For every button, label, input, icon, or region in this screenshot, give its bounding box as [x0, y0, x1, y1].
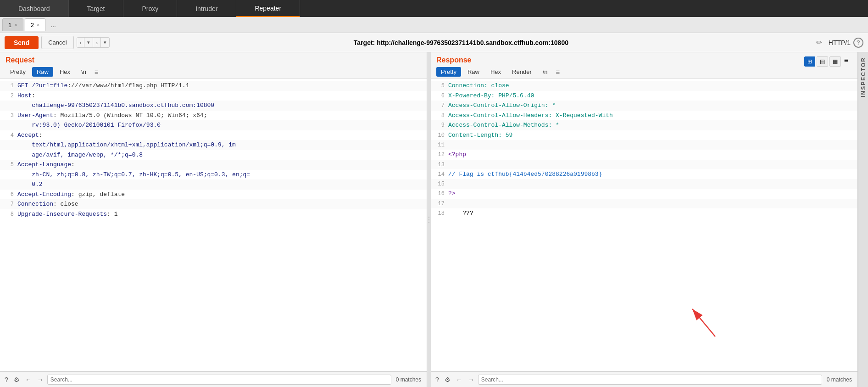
response-line-content: Access-Control-Allow-Methods: *: [448, 121, 559, 130]
tab-1[interactable]: 1 ×: [2, 18, 23, 31]
nav-proxy[interactable]: Proxy: [123, 0, 177, 17]
send-button[interactable]: Send: [5, 36, 39, 49]
request-bottom-bar: ? ⚙ ← → 0 matches: [0, 371, 427, 387]
top-nav: Dashboard Target Proxy Intruder Repeater: [0, 0, 868, 17]
response-search-input[interactable]: [478, 375, 822, 385]
request-line: 3User-Agent: Mozilla/5.0 (Windows NT 10.…: [0, 111, 427, 121]
response-menu-icon[interactable]: ≡: [556, 68, 560, 76]
response-line-content: <?php: [448, 150, 466, 159]
request-menu-icon[interactable]: ≡: [95, 68, 99, 76]
request-line: rv:93.0) Gecko/20100101 Firefox/93.0: [0, 120, 427, 130]
request-back-icon[interactable]: ←: [23, 375, 33, 384]
next-button[interactable]: ›: [93, 38, 101, 47]
request-line-content: age/avif, image/webp, */*;q=0.8: [17, 151, 143, 160]
request-tabs: Pretty Raw Hex \n ≡: [6, 67, 421, 79]
tab-more[interactable]: ...: [47, 21, 60, 28]
request-line: 7Connection: close: [0, 199, 427, 209]
response-line: 9Access-Control-Allow-Methods: *: [431, 120, 857, 130]
nav-target[interactable]: Target: [69, 0, 124, 17]
help-icon[interactable]: ?: [853, 38, 863, 48]
request-help-icon[interactable]: ?: [3, 375, 10, 384]
nav-intruder[interactable]: Intruder: [177, 0, 236, 17]
response-line: 10Content-Length: 59: [431, 130, 857, 140]
view-single-icon[interactable]: ▤: [817, 56, 828, 67]
request-code-area[interactable]: 1GET /?url=file:///var/www/html/flag.php…: [0, 79, 427, 371]
response-panel: Response ⊞ ▤ ▦ ≡ Pretty Raw Hex Render \…: [431, 52, 858, 387]
response-line: 17: [431, 199, 857, 208]
response-line: 15: [431, 179, 857, 189]
response-settings-icon[interactable]: ⚙: [443, 375, 452, 384]
response-tab-render[interactable]: Render: [507, 67, 536, 77]
response-line-content: Access-Control-Allow-Headers: X-Requeste…: [448, 111, 613, 120]
response-line-content: ???: [448, 209, 473, 218]
response-help-icon[interactable]: ?: [434, 375, 441, 384]
response-code-area[interactable]: 5Connection: close6X-Powered-By: PHP/5.6…: [431, 79, 857, 371]
request-line-content: zh-CN, zh;q=0.8, zh-TW;q=0.7, zh-HK;q=0.…: [17, 170, 250, 179]
request-settings-icon[interactable]: ⚙: [12, 375, 22, 384]
request-line-content: text/html,application/xhtml+xml,applicat…: [17, 140, 236, 150]
http-version: HTTP/1: [829, 39, 851, 46]
panel-divider[interactable]: [427, 52, 431, 387]
request-line: 6Accept-Encoding: gzip, deflate: [0, 190, 427, 200]
response-back-icon[interactable]: ←: [454, 375, 464, 384]
response-line: 12<?php: [431, 150, 857, 160]
request-panel: Request Pretty Raw Hex \n ≡ 1GET /?url=f…: [0, 52, 427, 387]
nav-repeater[interactable]: Repeater: [236, 0, 300, 17]
view-stack-icon[interactable]: ▦: [829, 56, 841, 67]
prev-button[interactable]: ‹: [77, 38, 85, 47]
response-line: 8Access-Control-Allow-Headers: X-Request…: [431, 111, 857, 121]
response-tabs: Pretty Raw Hex Render \n ≡: [436, 67, 852, 79]
request-tab-pretty[interactable]: Pretty: [6, 67, 30, 77]
view-split-icon[interactable]: ⊞: [804, 56, 815, 67]
next-dropdown[interactable]: ▾: [101, 38, 109, 47]
request-line-content: Host:: [17, 91, 35, 101]
request-line: 8Upgrade-Insecure-Requests: 1: [0, 209, 427, 219]
response-line: 13: [431, 160, 857, 169]
edit-icon[interactable]: ✏: [816, 38, 822, 47]
tab-2[interactable]: 2 ×: [25, 18, 46, 31]
right-sidebar[interactable]: INSPECTOR: [858, 52, 868, 387]
request-line-content: GET /?url=file:///var/www/html/flag.php …: [17, 81, 189, 90]
nav-dashboard[interactable]: Dashboard: [0, 0, 69, 17]
response-line-content: X-Powered-By: PHP/5.6.40: [448, 91, 534, 101]
request-line: 5Accept-Language:: [0, 160, 427, 170]
tab-bar: 1 × 2 × ...: [0, 17, 868, 33]
response-tab-raw[interactable]: Raw: [463, 67, 484, 77]
response-title: Response: [436, 56, 471, 64]
response-match-count: 0 matches: [824, 376, 855, 383]
response-line: 14// Flag is ctfhub{414b4ed570288226a019…: [431, 169, 857, 179]
response-line-content: Connection: close: [448, 81, 509, 90]
toolbar: Send Cancel ‹ ▾ › ▾ Target: http://chall…: [0, 33, 868, 52]
request-line: text/html,application/xhtml+xml,applicat…: [0, 140, 427, 150]
response-line-content: Content-Length: 59: [448, 131, 512, 140]
request-line: 4Accept:: [0, 130, 427, 140]
response-line-content: ?>: [448, 189, 456, 198]
request-title: Request: [6, 56, 421, 64]
response-tab-hex[interactable]: Hex: [486, 67, 506, 77]
response-forward-icon[interactable]: →: [466, 375, 476, 384]
response-line: 16?>: [431, 189, 857, 199]
cancel-button[interactable]: Cancel: [41, 36, 73, 49]
prev-dropdown[interactable]: ▾: [84, 38, 93, 47]
response-tab-newline[interactable]: \n: [538, 67, 552, 77]
request-line: challenge-99763502371141b0.sandbox.ctfhu…: [0, 101, 427, 111]
main-content: Request Pretty Raw Hex \n ≡ 1GET /?url=f…: [0, 52, 868, 387]
request-line-content: Accept-Language:: [17, 160, 75, 169]
request-line: age/avif, image/webp, */*;q=0.8: [0, 150, 427, 160]
response-bottom-bar: ? ⚙ ← → 0 matches: [431, 371, 857, 387]
view-menu-icon[interactable]: ≡: [842, 56, 850, 67]
response-line: 7Access-Control-Allow-Origin: *: [431, 101, 857, 111]
request-line: 0.2: [0, 179, 427, 190]
navigation-arrows: ‹ ▾ › ▾: [77, 37, 110, 48]
response-line-content: // Flag is ctfhub{414b4ed570288226a01998…: [448, 170, 602, 179]
request-line: 2Host:: [0, 91, 427, 101]
request-line-content: Accept-Encoding: gzip, deflate: [17, 190, 125, 199]
request-tab-raw[interactable]: Raw: [32, 67, 53, 77]
request-search-input[interactable]: [47, 375, 391, 385]
request-tab-hex[interactable]: Hex: [55, 67, 75, 77]
response-tab-pretty[interactable]: Pretty: [436, 67, 461, 77]
request-tab-newline[interactable]: \n: [77, 67, 91, 77]
request-forward-icon[interactable]: →: [35, 375, 45, 384]
response-line: 5Connection: close: [431, 81, 857, 91]
response-line-content: Access-Control-Allow-Origin: *: [448, 101, 556, 110]
